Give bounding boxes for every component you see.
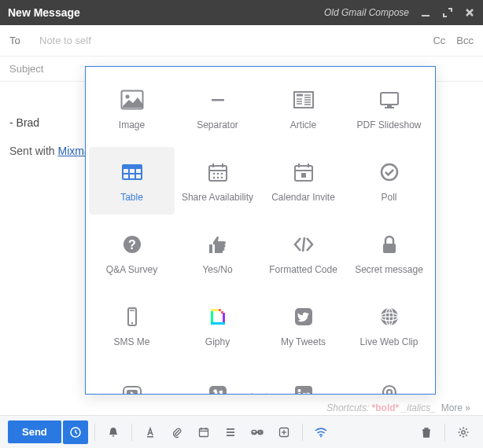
close-icon[interactable] — [464, 7, 475, 18]
svg-rect-3 — [199, 428, 208, 436]
svg-rect-68 — [223, 313, 225, 315]
popover-item-image[interactable]: Image — [89, 75, 175, 142]
location-icon — [376, 381, 403, 395]
popover-item-qa-survey[interactable]: ?Q&A Survey — [89, 219, 175, 287]
svg-rect-0 — [422, 15, 430, 17]
popover-item-vimeo[interactable] — [175, 364, 260, 395]
my-tweets-icon — [290, 303, 317, 330]
svg-rect-76 — [127, 390, 138, 395]
popover-item-label: Image — [119, 119, 145, 130]
svg-point-47 — [216, 177, 219, 179]
popover-item-youtube[interactable]: Tube — [89, 364, 175, 395]
svg-point-19 — [125, 95, 129, 99]
youtube-icon: Tube — [119, 381, 146, 395]
trash-icon[interactable] — [415, 420, 438, 444]
svg-point-44 — [216, 173, 219, 175]
popover-item-yesno[interactable]: Yes/No — [175, 219, 260, 287]
attach-icon[interactable] — [165, 420, 189, 444]
bottom-toolbar: Send — [0, 415, 483, 448]
gear-icon[interactable] — [452, 420, 475, 444]
popover-item-label: Poll — [381, 192, 396, 203]
svg-point-48 — [220, 177, 223, 179]
popover-item-giphy[interactable]: Giphy — [175, 292, 260, 359]
svg-text:?: ? — [128, 238, 136, 252]
article-icon — [290, 86, 317, 113]
bcc-button[interactable]: Bcc — [456, 35, 474, 46]
calendar-icon[interactable] — [192, 420, 216, 444]
popover-item-label: Share Availability — [182, 192, 253, 203]
popover-item-poll[interactable]: Poll — [346, 147, 432, 215]
image-icon — [119, 86, 146, 113]
minimize-icon[interactable] — [420, 7, 431, 18]
popover-item-label: Q&A Survey — [106, 264, 157, 275]
popover-item-label: Live Web Clip — [360, 336, 418, 347]
pdf-slideshow-icon — [376, 86, 403, 113]
popover-item-secret-message[interactable]: Secret message — [346, 219, 432, 287]
bell-icon[interactable] — [101, 420, 125, 444]
link-icon[interactable] — [245, 420, 269, 444]
popover-item-location[interactable] — [346, 364, 432, 395]
old-gmail-compose-link[interactable]: Old Gmail Compose — [324, 7, 409, 18]
svg-rect-53 — [301, 173, 306, 178]
popover-item-pdf-slideshow[interactable]: PDF Slideshow — [346, 75, 432, 142]
shortcuts-more-link[interactable]: More » — [441, 402, 470, 413]
svg-rect-66 — [219, 309, 221, 311]
yesno-icon — [205, 231, 231, 258]
popover-item-my-tweets[interactable]: My Tweets — [260, 292, 346, 359]
popover-item-table[interactable]: Table — [89, 147, 175, 215]
svg-rect-2 — [147, 436, 153, 438]
popover-item-calendar-invite[interactable]: Calendar Invite — [260, 147, 346, 215]
cc-button[interactable]: Cc — [433, 35, 445, 46]
svg-point-80 — [297, 389, 300, 392]
popover-item-linkedin[interactable] — [260, 364, 346, 395]
window-title: New Message — [8, 6, 80, 19]
schedule-send-button[interactable] — [63, 420, 88, 444]
live-web-clip-icon — [376, 303, 403, 330]
svg-rect-64 — [211, 309, 219, 311]
svg-point-60 — [131, 322, 132, 324]
insert-icon[interactable] — [272, 420, 296, 444]
wifi-icon[interactable] — [309, 420, 333, 444]
shortcuts-hint: Shortcuts: *bold* _italics_ More » — [326, 402, 470, 413]
popover-item-sms-me[interactable]: SMS Me — [89, 292, 175, 359]
popover-item-live-web-clip[interactable]: Live Web Clip — [346, 292, 432, 359]
svg-point-43 — [212, 173, 215, 175]
svg-rect-58 — [383, 244, 396, 253]
send-button[interactable]: Send — [8, 420, 61, 443]
svg-point-54 — [382, 164, 397, 180]
popover-item-share-availability[interactable]: Share Availability — [175, 147, 260, 215]
svg-point-17 — [462, 430, 465, 433]
format-icon[interactable] — [138, 420, 162, 444]
sms-me-icon — [119, 303, 146, 330]
popover-item-label: Formatted Code — [269, 264, 337, 275]
svg-point-45 — [220, 173, 223, 175]
to-row: To Cc Bcc — [0, 25, 483, 57]
table-icon — [119, 159, 146, 185]
popover-item-separator[interactable]: Separator — [175, 75, 260, 142]
popover-item-label: SMS Me — [113, 336, 149, 347]
secret-message-icon — [376, 231, 403, 258]
popover-item-label: Calendar Invite — [271, 192, 335, 203]
svg-rect-33 — [385, 107, 394, 108]
popover-item-label: PDF Slideshow — [356, 119, 421, 130]
popover-item-label: Giphy — [205, 336, 230, 347]
popover-item-label: Table — [120, 192, 143, 203]
svg-line-57 — [303, 237, 304, 252]
poll-icon — [376, 159, 403, 185]
giphy-icon — [205, 303, 231, 330]
expand-icon[interactable] — [442, 7, 453, 18]
popover-item-formatted-code[interactable]: Formatted Code — [260, 219, 346, 287]
formatted-code-icon — [290, 231, 317, 258]
svg-rect-20 — [212, 99, 224, 101]
list-icon[interactable] — [219, 420, 242, 444]
svg-point-46 — [212, 177, 215, 179]
popover-item-label: Yes/No — [202, 264, 232, 275]
compose-window: New Message Old Gmail Compose To Cc Bcc … — [0, 0, 483, 448]
svg-rect-35 — [123, 165, 142, 169]
to-input[interactable] — [38, 31, 433, 50]
svg-point-16 — [320, 435, 322, 437]
svg-rect-78 — [209, 386, 227, 395]
separator-icon — [205, 86, 231, 113]
share-availability-icon — [205, 159, 231, 185]
popover-item-article[interactable]: Article — [260, 75, 346, 142]
